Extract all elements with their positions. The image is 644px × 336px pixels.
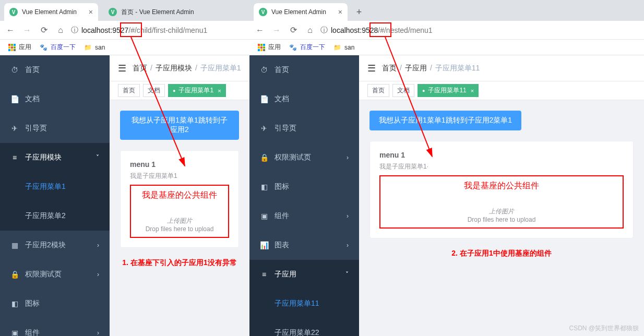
upload-area[interactable]: 上传图片 Drop files here to upload [385, 207, 618, 223]
sidebar-item-icon[interactable]: ◧图标 [249, 172, 359, 201]
document-icon: 📄 [10, 95, 19, 103]
browser-tab-inactive[interactable]: V 首页 - Vue Element Admin [103, 3, 199, 21]
back-icon[interactable]: ← [254, 24, 266, 37]
back-icon[interactable]: ← [4, 24, 17, 37]
sidebar-item-perm[interactable]: 🔒权限测试页› [0, 260, 110, 289]
jump-button[interactable]: 我想从子应用1菜单1跳转到子应用2菜单1 [369, 111, 521, 130]
chart-icon: 📊 [260, 241, 268, 249]
shared-component-title: 我是基座的公共组件 [135, 190, 224, 201]
bookmark-baidu[interactable]: 🐾百度一下 [40, 43, 76, 52]
sidebar-item-docs[interactable]: 📄文档 [0, 85, 110, 114]
browser-tabs: V Vue Element Admin × V 首页 - Vue Element… [0, 0, 249, 21]
icon-icon: ◧ [260, 183, 268, 191]
sidebar-item-module2[interactable]: ▦子应用2模块› [0, 231, 110, 260]
card: menu 1 我是子应用菜单1 我是基座的公共组件 上传图片 Drop file… [120, 150, 239, 248]
crumb-home[interactable]: 首页 [133, 64, 147, 72]
sidebar-item-menu2[interactable]: 子应用菜单2 [0, 201, 110, 231]
component-icon: ▣ [260, 212, 268, 220]
crumb-subapp[interactable]: 子应用 [405, 64, 427, 72]
icon-icon: ◧ [10, 299, 19, 308]
apps-shortcut[interactable]: 应用 [8, 43, 31, 52]
url-path: /#/nested/menu1 [378, 26, 432, 34]
sidebar-item-home[interactable]: ⏱首页 [249, 55, 359, 85]
main-area: ☰ 首页/子应用模块/子应用菜单1 首页 文档 子应用菜单1× 我想从子应用1菜… [110, 55, 249, 336]
sidebar-item-menu22[interactable]: 子应用菜单22 [249, 318, 359, 336]
browser-tabs: V Vue Element Admin × + [249, 0, 644, 21]
browser-window-left: V Vue Element Admin × V 首页 - Vue Element… [0, 0, 249, 336]
apps-shortcut[interactable]: 应用 [258, 43, 281, 52]
apps-icon [8, 44, 16, 51]
sidebar-item-guide[interactable]: ✈引导页 [0, 114, 110, 143]
close-icon[interactable]: × [85, 8, 93, 16]
send-icon: ✈ [260, 124, 268, 133]
bookmark-san[interactable]: 📁san [333, 44, 354, 51]
forward-icon[interactable]: → [270, 24, 283, 37]
bookmark-baidu[interactable]: 🐾百度一下 [289, 43, 325, 52]
nested-icon: ≡ [260, 270, 268, 279]
annotation-caption-2: 2. 在子应用1中使用基座的组件 [369, 249, 634, 258]
reload-icon[interactable]: ⟳ [38, 24, 50, 37]
component-icon: ▣ [10, 329, 19, 336]
close-icon[interactable]: × [471, 88, 474, 94]
upload-hint: Drop files here to upload [135, 225, 224, 233]
card-subtitle: 我是子应用菜单1· [379, 162, 624, 171]
browser-tab-active[interactable]: V Vue Element Admin × [4, 3, 98, 21]
tab-title: Vue Element Admin [22, 8, 77, 16]
sidebar: ⏱首页 📄文档 ✈引导页 ≡子应用模块˅ 子应用菜单1 子应用菜单2 ▦子应用2… [0, 55, 110, 336]
sidebar-item-comp[interactable]: ▣组件› [249, 201, 359, 231]
dashboard-icon: ⏱ [10, 66, 19, 74]
home-icon[interactable]: ⌂ [54, 24, 67, 37]
dashboard-icon: ⏱ [260, 66, 268, 74]
forward-icon[interactable]: → [21, 24, 33, 37]
url-path: /#/child/first-child/menu1 [128, 26, 207, 34]
new-tab-button[interactable]: + [352, 5, 366, 19]
upload-area[interactable]: 上传图片 Drop files here to upload [135, 217, 224, 233]
main-area: ☰ 首页/子应用/子应用菜单11 首页 文档 子应用菜单11× 我想从子应用1菜… [359, 55, 644, 336]
sidebar-item-menu11[interactable]: 子应用菜单11 [249, 289, 359, 318]
close-icon[interactable]: × [334, 8, 342, 16]
sidebar-item-menu1[interactable]: 子应用菜单1 [0, 172, 110, 201]
content-area: 我想从子应用1菜单1跳转到子应用2 menu 1 我是子应用菜单1 我是基座的公… [110, 100, 249, 336]
url-host: localhost:9528 [331, 26, 378, 34]
app-left: ⏱首页 📄文档 ✈引导页 ≡子应用模块˅ 子应用菜单1 子应用菜单2 ▦子应用2… [0, 55, 249, 336]
breadcrumb: 首页/子应用/子应用菜单11 [382, 64, 480, 73]
sidebar-item-home[interactable]: ⏱首页 [0, 55, 110, 85]
sidebar-item-module[interactable]: ≡子应用模块˅ [0, 143, 110, 172]
view-tab-active[interactable]: 子应用菜单11× [418, 84, 479, 97]
bookmark-san[interactable]: 📁san [84, 44, 105, 51]
view-tab-docs[interactable]: 文档 [392, 84, 414, 97]
chevron-right-icon: › [97, 271, 99, 278]
view-tab-home[interactable]: 首页 [118, 84, 140, 97]
reload-icon[interactable]: ⟳ [287, 24, 300, 37]
card-title: menu 1 [130, 160, 229, 169]
chevron-right-icon: › [97, 329, 99, 336]
sidebar-item-guide[interactable]: ✈引导页 [249, 114, 359, 143]
hamburger-icon[interactable]: ☰ [118, 63, 126, 74]
jump-button[interactable]: 我想从子应用1菜单1跳转到子应用2 [120, 111, 239, 140]
sidebar-item-chart[interactable]: 📊图表› [249, 231, 359, 260]
apps-icon [258, 44, 265, 51]
close-icon[interactable]: × [218, 88, 221, 94]
sidebar-item-perm[interactable]: 🔒权限测试页› [249, 143, 359, 172]
hamburger-icon[interactable]: ☰ [367, 63, 376, 74]
sidebar-item-docs[interactable]: 📄文档 [249, 85, 359, 114]
sidebar-item-subapp[interactable]: ≡子应用˅ [249, 260, 359, 289]
grid-icon: ▦ [10, 241, 19, 249]
browser-tab-active[interactable]: V Vue Element Admin × [254, 3, 348, 21]
upload-label: 上传图片 [385, 207, 618, 216]
chevron-right-icon: › [347, 242, 349, 249]
bookmarks-bar: 应用 🐾百度一下 📁san [249, 40, 644, 55]
crumb-home[interactable]: 首页 [382, 64, 397, 72]
sidebar-item-comp[interactable]: ▣组件› [0, 318, 110, 336]
sidebar-item-icon[interactable]: ◧图标 [0, 289, 110, 318]
url-field[interactable]: ⓘ localhost:9528/#/nested/menu1 [320, 26, 433, 35]
home-icon[interactable]: ⌂ [304, 24, 316, 37]
header-row: ☰ 首页/子应用/子应用菜单11 [359, 55, 644, 81]
view-tab-home[interactable]: 首页 [367, 84, 389, 97]
header-row: ☰ 首页/子应用模块/子应用菜单1 [110, 55, 249, 81]
crumb-module[interactable]: 子应用模块 [156, 64, 192, 72]
shared-component-title: 我是基座的公共组件 [385, 181, 618, 191]
view-tab-active[interactable]: 子应用菜单1× [168, 84, 226, 97]
url-field[interactable]: ⓘ localhost:9527/#/child/first-child/men… [71, 26, 207, 35]
view-tab-docs[interactable]: 文档 [143, 84, 165, 97]
